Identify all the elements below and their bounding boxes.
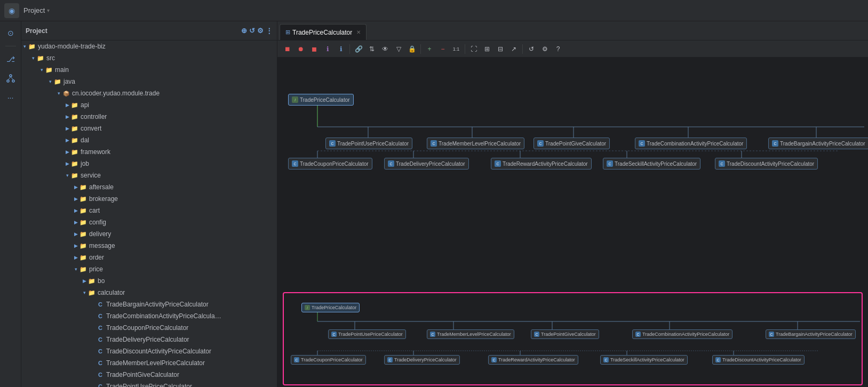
tab-trade-price-calculator[interactable]: ⊞ TradePriceCalculator ✕ — [280, 24, 367, 40]
uml-node-row2-3[interactable]: C TradeSeckillActivityPriceCalculator — [603, 158, 700, 170]
hl-row1-0[interactable]: C TradePointUsePriceCalculator — [328, 329, 406, 339]
recent-icon[interactable]: ⊙ — [3, 26, 18, 41]
eye-btn[interactable]: 👁 — [379, 43, 391, 55]
sort-btn[interactable]: ⇅ — [366, 43, 378, 55]
hl-row1-3[interactable]: C TradeCombinationActivityPriceCalculato… — [632, 329, 732, 339]
stop2-btn[interactable]: ◼ — [308, 43, 320, 55]
tree-item-discount[interactable]: C TradeDiscountActivityPriceCalculator — [21, 345, 277, 357]
info-purple-btn[interactable]: ℹ — [322, 43, 333, 55]
fit-btn[interactable]: ⛶ — [468, 43, 480, 55]
lock-btn[interactable]: 🔒 — [406, 43, 418, 55]
uml-node-row2-0[interactable]: C TradeCouponPriceCalculator — [288, 158, 372, 170]
tree-item-src[interactable]: ▾ 📁 src — [21, 52, 277, 64]
gear-icon[interactable]: ⚙ — [257, 27, 264, 35]
toolbar-sep-3 — [465, 44, 465, 54]
tree-item-coupon[interactable]: C TradeCouponPriceCalculator — [21, 322, 277, 334]
tree-item-point-use[interactable]: C TradePointUsePriceCalculator — [21, 381, 277, 387]
svg-point-1 — [7, 80, 9, 82]
tree-item-service[interactable]: ▾ 📁 service — [21, 170, 277, 181]
more-options-icon[interactable]: ⋮ — [266, 27, 273, 35]
row1-3-label: TradeCombinationActivityPriceCalculator — [647, 141, 743, 147]
row1-1-label: TradeMemberLevelPriceCalculator — [439, 141, 521, 147]
hl-row1-4[interactable]: C TradeBargainActivityPriceCalculator — [766, 329, 856, 339]
project-label: Project — [23, 6, 45, 14]
more-icon[interactable]: ··· — [3, 90, 18, 105]
tree-item-cart[interactable]: ▶ 📁 cart — [21, 205, 277, 216]
uml-node-row2-4[interactable]: C TradeDiscountActivityPriceCalculator — [715, 158, 818, 170]
uml-node-row1-1[interactable]: C TradeMemberLevelPriceCalculator — [427, 138, 524, 149]
row2-0-label: TradeCouponPriceCalculator — [300, 161, 369, 167]
tab-label: TradePriceCalculator — [292, 29, 352, 36]
tree-item-convert[interactable]: ▶ 📁 convert — [21, 123, 277, 134]
uml-node-main[interactable]: I TradePriceCalculator — [288, 94, 354, 106]
diagram-area[interactable]: I TradePriceCalculator C TradePointUsePr… — [277, 58, 868, 387]
structure-icon[interactable] — [3, 71, 18, 86]
project-selector[interactable]: Project ▾ — [23, 6, 50, 14]
tree-item-price[interactable]: ▾ 📁 price — [21, 263, 277, 275]
file-tree-scroll[interactable]: ▾ 📁 yudao-module-trade-biz ▾ 📁 src ▾ 📁 m… — [21, 41, 277, 387]
hl-row2-3[interactable]: C TradeSeckillActivityPriceCalculator — [600, 355, 688, 365]
tree-item-delivery[interactable]: ▶ 📁 delivery — [21, 228, 277, 240]
hl-row2-1[interactable]: C TradeDeliveryPriceCalculator — [384, 355, 460, 365]
tree-item-bo[interactable]: ▶ 📁 bo — [21, 275, 277, 287]
tab-close-button[interactable]: ✕ — [356, 29, 361, 35]
tree-item-combination[interactable]: C TradeCombinationActivityPriceCalcula… — [21, 310, 277, 322]
hl-row2-4[interactable]: C TradeDiscountActivityPriceCalculator — [712, 355, 805, 365]
tree-item-controller[interactable]: ▶ 📁 controller — [21, 111, 277, 123]
stop-btn[interactable]: ⏹ — [282, 43, 293, 55]
tree-item-member[interactable]: C TradeMemberLevelPriceCalculator — [21, 357, 277, 369]
refresh-icon[interactable]: ↺ — [249, 27, 255, 35]
refresh-btn[interactable]: ↺ — [525, 43, 537, 55]
toolbar-sep-4 — [522, 44, 523, 54]
zoom-out-btn[interactable]: − — [437, 43, 449, 55]
icon-sidebar: ⊙ ⎇ ··· — [0, 21, 21, 387]
info-blue-btn[interactable]: ℹ — [335, 43, 347, 55]
tree-item-api[interactable]: ▶ 📁 api — [21, 99, 277, 111]
zoom-in-btn[interactable]: + — [424, 43, 435, 55]
hl-row1-2[interactable]: C TradePointGiveCalculator — [531, 329, 599, 339]
tree-item-main[interactable]: ▾ 📁 main — [21, 64, 277, 76]
link-btn[interactable]: 🔗 — [353, 43, 364, 55]
record-btn[interactable]: ⏺ — [295, 43, 307, 55]
tree-item-brokerage[interactable]: ▶ 📁 brokerage — [21, 193, 277, 205]
tree-item-calculator[interactable]: ▾ 📁 calculator — [21, 287, 277, 299]
tree-item-java[interactable]: ▾ 📁 java — [21, 76, 277, 87]
tree-item-package[interactable]: ▾ 📦 cn.iocoder.yudao.module.trade — [21, 87, 277, 99]
toolbar-sep-1 — [349, 44, 350, 54]
tree-item-point-give[interactable]: C TradePointGiveCalculator — [21, 369, 277, 381]
tree-item-dal[interactable]: ▶ 📁 dal — [21, 134, 277, 146]
settings-btn[interactable]: ⚙ — [539, 43, 551, 55]
tree-item-order[interactable]: ▶ 📁 order — [21, 252, 277, 263]
add-icon[interactable]: ⊕ — [241, 27, 247, 35]
tree-item-aftersale[interactable]: ▶ 📁 aftersale — [21, 181, 277, 193]
hl-row2-0[interactable]: C TradeCouponPriceCalculator — [291, 355, 366, 365]
uml-node-row1-4[interactable]: C TradeBargainActivityPriceCalculator — [768, 138, 868, 149]
tree-item-yudao-module[interactable]: ▾ 📁 yudao-module-trade-biz — [21, 41, 277, 52]
row2-3-label: TradeSeckillActivityPriceCalculator — [615, 161, 697, 167]
tree-item-delivery-price[interactable]: C TradeDeliveryPriceCalculator — [21, 334, 277, 345]
hl-row1-1[interactable]: C TradeMemberLevelPriceCalculator — [427, 329, 514, 339]
uml-node-row1-2[interactable]: C TradePointGiveCalculator — [533, 138, 610, 149]
git-icon[interactable]: ⎇ — [3, 52, 18, 67]
row1-0-label: TradePointUsePriceCalculator — [337, 141, 409, 147]
main-layout: ⊙ ⎇ ··· Project ⊕ ↺ ⚙ ⋮ — [0, 21, 868, 387]
file-tree-header: Project ⊕ ↺ ⚙ ⋮ — [21, 21, 277, 41]
tree-item-message[interactable]: ▶ 📁 message — [21, 240, 277, 252]
tree-item-config[interactable]: ▶ 📁 config — [21, 216, 277, 228]
uml-node-row2-2[interactable]: C TradeRewardActivityPriceCalculator — [491, 158, 592, 170]
layout2-btn[interactable]: ⊟ — [495, 43, 506, 55]
layout-btn[interactable]: ⊞ — [481, 43, 493, 55]
highlight-content: I TradePriceCalculator — [285, 300, 860, 387]
hl-row2-2[interactable]: C TradeRewardActivityPriceCalculator — [488, 355, 578, 365]
uml-node-row1-0[interactable]: C TradePointUsePriceCalculator — [325, 138, 412, 149]
help-btn[interactable]: ? — [552, 43, 564, 55]
export-btn[interactable]: ↗ — [508, 43, 520, 55]
filter-btn[interactable]: ▽ — [393, 43, 404, 55]
tree-item-framework[interactable]: ▶ 📁 framework — [21, 146, 277, 158]
tree-item-bargain[interactable]: C TradeBargainActivityPriceCalculator — [21, 299, 277, 310]
zoom-1to1-btn[interactable]: 1:1 — [450, 43, 462, 55]
tree-item-job[interactable]: ▶ 📁 job — [21, 158, 277, 170]
row1-2-label: TradePointGiveCalculator — [545, 141, 606, 147]
uml-node-row2-1[interactable]: C TradeDeliveryPriceCalculator — [384, 158, 469, 170]
uml-node-row1-3[interactable]: C TradeCombinationActivityPriceCalculato… — [635, 138, 747, 149]
